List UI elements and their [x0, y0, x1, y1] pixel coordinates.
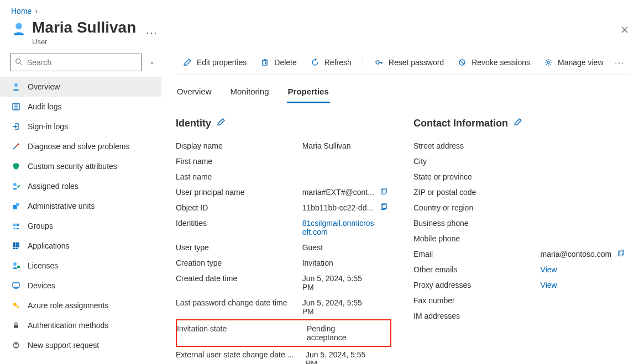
proxy-addresses-view-link[interactable]: View [541, 277, 614, 293]
sidebar-item-overview[interactable]: Overview [0, 77, 161, 97]
kv-label: Street address [413, 138, 541, 154]
revoke-sessions-button[interactable]: Revoke sessions [451, 50, 537, 74]
support-icon [11, 340, 21, 350]
copy-objectid-button[interactable] [380, 203, 389, 211]
svg-point-22 [13, 262, 17, 266]
svg-point-35 [376, 61, 379, 64]
identity-section: Identity Display name Maria Sullivan Fir… [176, 118, 391, 364]
svg-rect-16 [18, 242, 19, 245]
kv-value: Invitation [302, 255, 376, 271]
copy-email-button[interactable] [617, 250, 627, 257]
trash-icon [260, 57, 270, 67]
kv-value: 11bb11bb-cc22-dd... [302, 200, 376, 215]
svg-rect-18 [15, 245, 18, 247]
svg-rect-24 [13, 283, 19, 287]
other-emails-view-link[interactable]: View [541, 262, 614, 277]
kv-label: Mobile phone [413, 231, 541, 246]
svg-point-0 [15, 23, 22, 30]
manage-view-button[interactable]: Manage view [537, 50, 610, 74]
header-overflow-button[interactable]: ··· [146, 27, 158, 39]
key-icon [11, 300, 21, 310]
kv-value [541, 293, 614, 308]
sidebar-item-label: Licenses [28, 261, 58, 270]
kv-value: Jun 5, 2024, 5:55 PM [302, 271, 376, 295]
contact-section: Contact Information Street address City … [413, 118, 629, 364]
edit-contact-button[interactable] [514, 118, 522, 129]
sidebar-item-assigned-roles[interactable]: Assigned roles [0, 176, 161, 196]
sidebar-item-diagnose[interactable]: Diagnose and solve problems [0, 136, 161, 156]
kv-label: Fax number [413, 293, 541, 308]
sidebar-item-auth-methods[interactable]: Authentication methods [0, 315, 161, 335]
toolbar-label: Delete [274, 58, 296, 67]
tab-overview[interactable]: Overview [176, 82, 213, 103]
kv-value [541, 200, 614, 215]
kv-label: User principal name [176, 184, 302, 200]
edit-properties-button[interactable]: Edit properties [176, 50, 253, 74]
svg-rect-23 [17, 266, 20, 268]
kv-value: Jun 5, 2024, 5:55 PM [306, 347, 376, 364]
refresh-button[interactable]: Refresh [303, 50, 358, 74]
kv-value: maria@contoso.com [541, 246, 614, 262]
kv-label: First name [176, 154, 302, 169]
sidebar-item-label: Custom security attributes [28, 162, 117, 171]
sidebar-item-admin-units[interactable]: Administrative units [0, 196, 161, 216]
kv-label: External user state change date ... [176, 347, 306, 364]
sidebar-item-label: Applications [28, 241, 70, 250]
devices-icon [11, 281, 21, 291]
sidebar-item-label: Administrative units [28, 202, 95, 210]
identity-section-title: Identity [176, 118, 211, 129]
sidebar-item-support[interactable]: New support request [0, 335, 161, 355]
svg-point-13 [17, 224, 19, 226]
kv-value [302, 154, 376, 169]
sidebar-item-label: Assigned roles [28, 182, 78, 191]
toolbar-label: Manage view [558, 58, 604, 67]
copy-upn-button[interactable] [380, 188, 389, 196]
kv-value [541, 231, 614, 246]
breadcrumb-home[interactable]: Home [11, 7, 32, 15]
groups-icon [11, 221, 21, 231]
svg-rect-15 [15, 242, 18, 245]
sidebar-item-groups[interactable]: Groups [0, 216, 161, 236]
sidebar-item-licenses[interactable]: Licenses [0, 256, 161, 276]
page-subtitle: User [32, 38, 628, 46]
contact-section-title: Contact Information [413, 118, 508, 129]
reset-password-button[interactable]: Reset password [368, 50, 451, 74]
list-icon [11, 102, 21, 112]
identities-link[interactable]: 81csilgmail.onmicrosoft.com [302, 215, 376, 240]
close-button[interactable] [618, 23, 631, 39]
kv-label: Proxy addresses [413, 277, 541, 293]
kv-label: Email [413, 246, 541, 262]
sidebar-item-devices[interactable]: Devices [0, 276, 161, 296]
kv-label: Object ID [176, 200, 302, 215]
sidebar-item-azure-roles[interactable]: Azure role assignments [0, 296, 161, 315]
toolbar-label: Edit properties [197, 58, 247, 67]
sidebar-item-label: Overview [28, 82, 60, 91]
kv-label: Last password change date time [176, 295, 302, 319]
kv-label: User type [176, 240, 302, 255]
sidebar-item-applications[interactable]: Applications [0, 236, 161, 256]
svg-point-38 [547, 61, 549, 64]
toolbar-separator [363, 56, 363, 68]
edit-identity-button[interactable] [217, 118, 226, 129]
search-box[interactable] [10, 54, 142, 71]
sidebar-item-custom-security[interactable]: Custom security attributes [0, 156, 161, 176]
licenses-icon [11, 261, 21, 271]
tab-monitoring[interactable]: Monitoring [229, 82, 270, 103]
kv-value [541, 138, 614, 154]
sidebar-item-audit-logs[interactable]: Audit logs [0, 97, 161, 117]
sidebar-item-label: Azure role assignments [28, 301, 108, 310]
delete-button[interactable]: Delete [253, 50, 303, 74]
tab-properties[interactable]: Properties [287, 82, 330, 103]
breadcrumb: Home › [0, 0, 639, 19]
toolbar-overflow-button[interactable]: ··· [610, 58, 629, 67]
collapse-sidebar-button[interactable]: « [150, 59, 154, 66]
sidebar-item-label: Diagnose and solve problems [28, 142, 129, 151]
svg-rect-21 [15, 248, 18, 249]
kv-label: Identities [176, 215, 302, 240]
kv-value [541, 308, 614, 324]
sidebar-item-signin-logs[interactable]: Sign-in logs [0, 117, 161, 136]
sidebar-item-label: New support request [28, 341, 99, 350]
search-input[interactable] [26, 57, 137, 67]
toolbar-label: Refresh [324, 58, 352, 67]
key-reset-icon [374, 57, 384, 67]
